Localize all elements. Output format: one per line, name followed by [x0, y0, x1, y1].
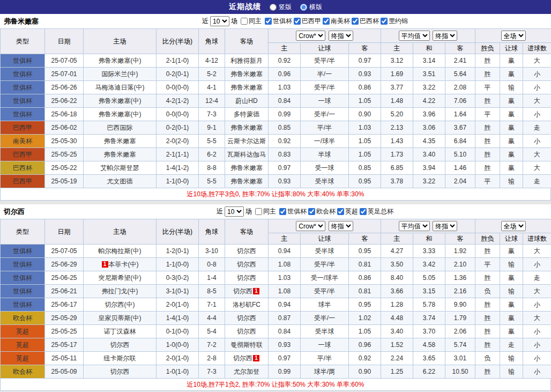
result-goals: 小: [523, 81, 551, 94]
result-wdl: 胜: [475, 365, 500, 379]
vertical-layout-radio[interactable]: [270, 4, 277, 11]
company-select[interactable]: Crow*: [296, 221, 325, 231]
league-type: 世俱杯: [1, 245, 45, 258]
league-filter[interactable]: 英足总杯: [360, 207, 393, 216]
league-filter[interactable]: 巴西甲: [294, 17, 321, 26]
avg-home: 1.69: [381, 68, 413, 81]
league-type: 英超: [1, 338, 45, 352]
match-row: 世俱杯25-06-22弗鲁米嫩塞(中)4-2(1-2)12-4蔚山HD0.84一…: [1, 94, 551, 108]
result-goals: 大: [523, 161, 551, 175]
league-type: 世俱杯: [1, 68, 45, 81]
score: 2-0(2-0): [157, 135, 199, 148]
corners: 5-4: [199, 325, 225, 338]
match-date: 25-05-29: [45, 312, 84, 325]
league-type: 巴西杯: [1, 161, 45, 175]
subheader-goals: 进球数: [523, 43, 551, 54]
avg-away: 1.92: [445, 245, 475, 258]
same-home-checkbox[interactable]: [255, 208, 262, 215]
league-filter[interactable]: 巴西杯: [352, 17, 379, 26]
same-home-filter[interactable]: 同主: [255, 207, 276, 216]
score: 0-1(0-0): [157, 325, 199, 338]
company-odds-time-select[interactable]: 终指: [329, 31, 353, 41]
handicap-line: 球半/两: [301, 365, 349, 379]
horizontal-layout-radio[interactable]: [300, 4, 307, 11]
subheader-handicap: 让球: [301, 233, 349, 245]
home-team: 巴西国际: [84, 121, 157, 135]
scope-select[interactable]: 全场: [501, 221, 526, 231]
league-checkbox[interactable]: [265, 18, 272, 25]
average-select[interactable]: 平均值: [399, 221, 430, 231]
odds-away: 0.81: [349, 258, 381, 271]
score: 1-2(0-1): [157, 245, 199, 258]
average-select[interactable]: 平均值: [399, 31, 430, 41]
match-date: 25-06-18: [45, 108, 84, 121]
team-label: 瓦斯科达伽马: [227, 151, 266, 158]
layout-option-horizontal[interactable]: 横版: [300, 3, 322, 12]
home-team: 纽卡斯尔联: [84, 352, 157, 365]
match-count-select[interactable]: 10: [210, 16, 229, 26]
league-filter[interactable]: 里约锦: [381, 17, 408, 26]
average-time-select[interactable]: 终指: [433, 221, 457, 231]
league-filter[interactable]: 世俱杯: [265, 17, 292, 26]
team-label: 弗鲁米嫩塞(中): [99, 110, 142, 118]
avg-away: 6.84: [445, 135, 475, 148]
team-label: 切尔西: [237, 314, 256, 322]
odds-away: 0.97: [349, 54, 381, 68]
match-count-select[interactable]: 10: [225, 206, 244, 217]
league-checkbox[interactable]: [323, 18, 330, 25]
handicap-line: 受半/一: [301, 312, 349, 325]
home-team: 1本菲卡(中): [84, 258, 157, 271]
corners: 4-1: [199, 81, 225, 94]
league-type: 世俱杯: [1, 54, 45, 68]
avg-away: 9.90: [445, 298, 475, 312]
scope-select[interactable]: 全场: [501, 31, 526, 41]
odds-away: 0.90: [349, 108, 381, 121]
team-label: 利雅得新月: [230, 57, 263, 64]
odds-away: 0.86: [349, 271, 381, 285]
result-handicap: 赢: [500, 161, 523, 175]
header-corner: 角球: [199, 29, 225, 54]
company-odds-group: Crow* 终指: [269, 219, 381, 233]
company-odds-time-select[interactable]: 终指: [329, 221, 353, 231]
same-home-filter[interactable]: 同主: [241, 17, 262, 26]
games-label: 场: [245, 207, 252, 216]
result-goals: 大: [523, 54, 551, 68]
league-checkbox[interactable]: [279, 208, 286, 215]
league-checkbox[interactable]: [308, 208, 315, 215]
league-checkbox[interactable]: [352, 18, 359, 25]
league-checkbox[interactable]: [337, 208, 344, 215]
team-label: 切尔西: [237, 261, 256, 268]
avg-away: 1.36: [445, 271, 475, 285]
avg-home: 1.43: [381, 135, 413, 148]
corners: 4-12: [199, 54, 225, 68]
league-checkbox[interactable]: [294, 18, 301, 25]
horizontal-layout-label: 横版: [309, 3, 322, 12]
odds-home: 0.93: [269, 338, 301, 352]
avg-away: 3.01: [445, 352, 475, 365]
score: 2-1(1-1): [157, 148, 199, 161]
match-date: 25-05-30: [45, 135, 84, 148]
league-filter[interactable]: 欧会杯: [308, 207, 336, 216]
same-home-checkbox[interactable]: [241, 18, 248, 25]
home-team: 切尔西: [84, 338, 157, 352]
avg-home: 3.40: [381, 325, 413, 338]
layout-option-vertical[interactable]: 竖版: [270, 3, 292, 12]
odds-away: 1.03: [349, 121, 381, 135]
league-filter[interactable]: 英超: [337, 207, 358, 216]
company-select[interactable]: Crow*: [296, 31, 325, 41]
average-time-select[interactable]: 终指: [433, 31, 457, 41]
home-team: 弗鲁米嫩塞: [84, 135, 157, 148]
avg-draw: 3.22: [413, 81, 445, 94]
league-filter[interactable]: 南美杯: [323, 17, 350, 26]
league-checkbox[interactable]: [360, 208, 367, 215]
recent-matches-table: 类型 日期 主场 比分(半场) 角球 客场 Crow* 终指 平均值 终指 全场: [0, 219, 551, 379]
league-checkbox[interactable]: [381, 18, 388, 25]
team-section-chelsea: 切尔西 近 10 场 同主 世俱杯欧会杯英超英足总杯 类型 日期 主场 比分(半…: [0, 204, 551, 391]
result-goals: 小: [523, 68, 551, 81]
odds-away: 1.05: [349, 148, 381, 161]
vertical-layout-label: 竖版: [279, 3, 292, 12]
match-row: 世俱杯25-06-26马梅洛迪日落(中)0-0(0-0)4-1弗鲁米嫩塞1.03…: [1, 81, 551, 94]
league-filter[interactable]: 世俱杯: [279, 207, 307, 216]
league-type: 南美杯: [1, 135, 45, 148]
avg-home: 6.85: [381, 161, 413, 175]
